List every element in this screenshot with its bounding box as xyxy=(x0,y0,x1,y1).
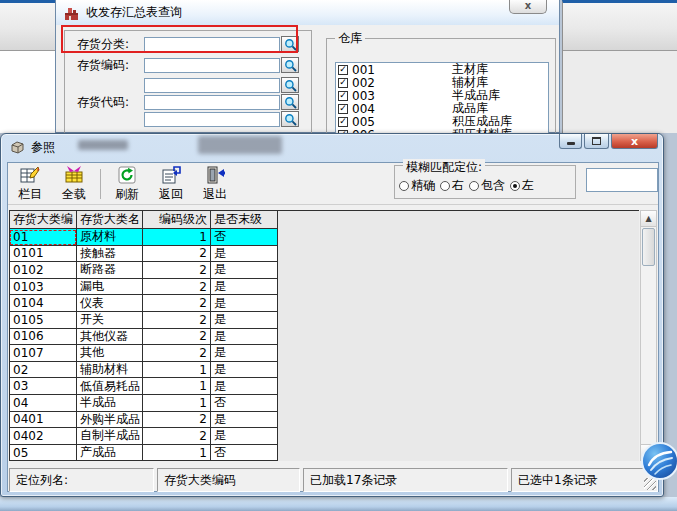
table-cell: 0402 xyxy=(9,428,77,445)
toolbar-button-label: 栏目 xyxy=(18,186,42,203)
magnifier-icon xyxy=(284,38,297,51)
radio-option-右[interactable]: 右 xyxy=(440,177,464,194)
table-row[interactable]: 04半成品1否 xyxy=(9,395,639,412)
warehouse-item[interactable]: ✓002辅材库 xyxy=(336,76,548,89)
status-panel: 已加载17条记录 xyxy=(303,468,508,492)
return-icon xyxy=(161,165,181,185)
table-cell: 2 xyxy=(143,412,211,429)
minimize-icon xyxy=(567,142,575,145)
column-header[interactable]: 存货大类编 xyxy=(9,211,77,229)
toolbar-button-label: 全载 xyxy=(62,186,86,203)
query-field-row: 存货编码: xyxy=(64,57,312,73)
warehouse-group: 仓库 ✓001主材库✓002辅材库✓003半成品库✓004成品库✓005积压成品… xyxy=(326,30,556,133)
close-button[interactable]: x xyxy=(611,134,658,149)
field-input[interactable] xyxy=(144,95,280,110)
column-header[interactable]: 编码级次 xyxy=(143,211,211,229)
table-row[interactable]: 0101接触器2是 xyxy=(9,246,639,263)
table-row[interactable]: 0102断路器2是 xyxy=(9,262,639,279)
table-row[interactable]: 03低值易耗品1是 xyxy=(9,378,639,395)
table-row[interactable]: 0103漏电2是 xyxy=(9,279,639,296)
table-cell: 自制半成品 xyxy=(77,428,143,445)
minimize-button[interactable] xyxy=(559,134,582,149)
table-cell: 0103 xyxy=(9,279,77,296)
table-cell: 2 xyxy=(143,262,211,279)
warehouse-item[interactable]: ✓004成品库 xyxy=(336,102,548,115)
lookup-button[interactable] xyxy=(281,77,299,93)
checkbox-icon[interactable]: ✓ xyxy=(338,65,348,75)
toolbar-button-返回[interactable]: 返回 xyxy=(149,164,193,204)
vendor-logo-icon xyxy=(641,441,677,481)
radio-option-精确[interactable]: 精确 xyxy=(399,177,435,194)
table-row[interactable]: 02辅助材料1是 xyxy=(9,362,639,379)
toolbar-button-刷新[interactable]: 刷新 xyxy=(105,164,149,204)
checkbox-icon[interactable]: ✓ xyxy=(338,104,348,114)
table-cell: 产成品 xyxy=(77,445,143,462)
radio-label: 包含 xyxy=(481,177,505,194)
table-cell: 是 xyxy=(211,262,278,279)
checkbox-icon[interactable]: ✓ xyxy=(338,91,348,101)
table-row[interactable]: 0401外购半成品2是 xyxy=(9,412,639,429)
table-cell: 2 xyxy=(143,312,211,329)
table-row[interactable]: 0107其他2是 xyxy=(9,345,639,362)
magnifier-icon xyxy=(284,96,297,109)
column-header[interactable]: 存货大类名 xyxy=(77,211,143,229)
radio-icon[interactable] xyxy=(510,181,520,191)
table-row[interactable]: 0106其他仪器2是 xyxy=(9,329,639,346)
table-cell: 1 xyxy=(143,229,211,246)
toolbar-button-栏目[interactable]: 栏目 xyxy=(8,164,52,204)
table-cell: 2 xyxy=(143,279,211,296)
warehouse-item[interactable]: ✓003半成品库 xyxy=(336,89,548,102)
column-header[interactable]: 是否末级 xyxy=(211,211,278,229)
table-cell: 原材料 xyxy=(77,229,143,246)
load-all-icon xyxy=(64,165,84,185)
scrollbar-thumb[interactable] xyxy=(642,228,655,266)
radio-icon[interactable] xyxy=(399,181,409,191)
scroll-up-icon[interactable]: ▲ xyxy=(641,211,656,227)
toolbar-button-label: 返回 xyxy=(159,186,183,203)
table-row[interactable]: 0104仪表2是 xyxy=(9,295,639,312)
table-cell: 1 xyxy=(143,395,211,412)
table-cell: 半成品 xyxy=(77,395,143,412)
table-row[interactable]: 0402自制半成品2是 xyxy=(9,428,639,445)
query-dialog-titlebar[interactable]: 收发存汇总表查询 xyxy=(56,0,559,25)
radio-icon[interactable] xyxy=(440,181,450,191)
warehouse-code: 004 xyxy=(352,102,448,116)
table-cell: 2 xyxy=(143,246,211,263)
table-header-row: 存货大类编存货大类名编码级次是否末级 xyxy=(9,211,639,229)
lookup-button[interactable] xyxy=(281,111,299,127)
field-input[interactable] xyxy=(144,37,280,52)
lookup-button[interactable] xyxy=(281,94,299,110)
field-input[interactable] xyxy=(144,112,280,127)
query-field-row xyxy=(64,77,312,93)
warehouse-group-title: 仓库 xyxy=(335,30,365,47)
table-cell: 是 xyxy=(211,412,278,429)
toolbar-button-全载[interactable]: 全载 xyxy=(52,164,96,204)
table-cell: 0105 xyxy=(9,312,77,329)
maximize-button[interactable] xyxy=(584,134,609,149)
radio-icon[interactable] xyxy=(469,181,479,191)
radio-option-左[interactable]: 左 xyxy=(510,177,534,194)
toolbar-button-退出[interactable]: 退出 xyxy=(193,164,237,204)
table-row[interactable]: 01原材料1否 xyxy=(9,229,639,246)
field-input[interactable] xyxy=(144,78,280,93)
table-cell: 2 xyxy=(143,329,211,346)
checkbox-icon[interactable]: ✓ xyxy=(338,117,348,127)
warehouse-item[interactable]: ✓001主材库 xyxy=(336,63,548,76)
warehouse-item[interactable]: ✓005积压成品库 xyxy=(336,115,548,128)
table-row[interactable]: 05产成品1否 xyxy=(9,445,639,462)
radio-option-包含[interactable]: 包含 xyxy=(469,177,505,194)
table-cell: 是 xyxy=(211,378,278,395)
checkbox-icon[interactable]: ✓ xyxy=(338,78,348,88)
table-cell: 外购半成品 xyxy=(77,412,143,429)
field-input[interactable] xyxy=(144,58,280,73)
query-dialog-close-button[interactable]: x xyxy=(509,0,547,14)
refresh-icon xyxy=(117,165,137,185)
fuzzy-search-input[interactable] xyxy=(586,168,658,192)
warehouse-code: 002 xyxy=(352,76,448,90)
table-scrollbar[interactable]: ▲ ▼ xyxy=(640,210,657,461)
lookup-button[interactable] xyxy=(281,57,299,73)
table-row[interactable]: 0105开关2是 xyxy=(9,312,639,329)
table-cell: 0102 xyxy=(9,262,77,279)
lookup-button[interactable] xyxy=(281,36,299,52)
table-cell: 其他 xyxy=(77,345,143,362)
